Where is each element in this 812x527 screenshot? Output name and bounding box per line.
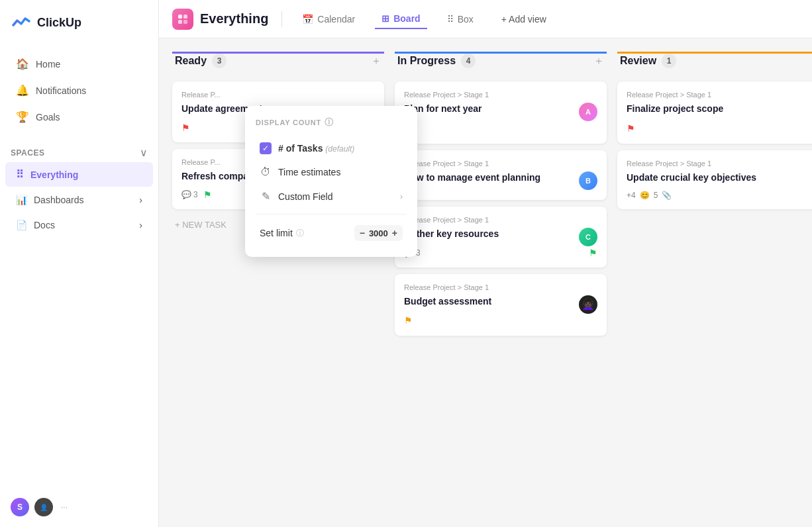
box-icon: ⠿ <box>447 14 454 24</box>
column-header-left-ready: Ready 3 <box>175 54 227 68</box>
topbar-title-group: Everything <box>172 9 268 30</box>
avatar: 👩🏿‍🦱 <box>579 295 597 314</box>
main-content: Everything 📅 Calendar ⊞ Board ⠿ Box + Ad… <box>159 0 812 527</box>
sidebar-item-goals[interactable]: 🏆 Goals <box>5 104 153 130</box>
flag-icon: ⚑ <box>589 248 597 258</box>
calendar-icon: 📅 <box>302 14 313 24</box>
svg-rect-1 <box>183 15 187 19</box>
limit-plus-button[interactable]: + <box>392 228 397 238</box>
calendar-label: Calendar <box>317 14 355 24</box>
sidebar-item-docs[interactable]: 📄 Docs › <box>5 213 153 237</box>
task-title: Budget assessment <box>404 295 579 309</box>
task-title: Finalize project scope <box>627 103 812 116</box>
docs-chevron-icon: › <box>139 220 142 230</box>
task-card[interactable]: Release Project > Stage 1 Plan for next … <box>395 81 607 144</box>
popup-header: DISPLAY COUNT ⓘ <box>256 117 407 128</box>
avatar-s: S <box>11 498 29 516</box>
limit-label: Set limit ⓘ <box>260 228 304 239</box>
dashboards-chevron-icon: › <box>139 195 142 205</box>
column-actions-in-progress[interactable]: ＋ <box>593 54 604 68</box>
column-title-ready: Ready <box>175 55 207 67</box>
popup-info-icon: ⓘ <box>325 117 334 128</box>
task-breadcrumb: Release Project > Stage 1 <box>627 91 812 99</box>
column-header-in-progress: In Progress 4 ＋ <box>395 52 607 75</box>
column-header-review: Review 1 <box>617 52 812 75</box>
custom-field-chevron-icon: › <box>400 192 403 201</box>
bell-icon: 🔔 <box>16 84 29 97</box>
comment-count: 3 <box>193 190 198 199</box>
sidebar-item-everything[interactable]: ⠿ Everything <box>5 162 153 187</box>
task-card[interactable]: Release Project > Stage 1 Budget assessm… <box>395 274 607 336</box>
trophy-icon: 🏆 <box>16 111 29 123</box>
attachment-count: 5 <box>654 191 658 200</box>
add-view-label: + Add view <box>501 14 546 24</box>
task-card[interactable]: Release Project > Stage 1 How to manage … <box>395 150 607 201</box>
avatar: A <box>579 103 597 121</box>
attachment-icon: 📎 <box>662 191 672 200</box>
svg-rect-0 <box>178 15 182 19</box>
svg-rect-2 <box>178 20 182 24</box>
popup-item-custom[interactable]: ✎ Custom Field › <box>256 184 407 209</box>
add-view-button[interactable]: + Add view <box>493 10 554 28</box>
popup-limit: Set limit ⓘ − 3000 + <box>256 220 407 246</box>
sidebar-item-home[interactable]: 🏠 Home <box>5 51 153 77</box>
reaction-icon: 😊 <box>640 191 650 200</box>
task-card[interactable]: Release Project > Stage 1 Gather key res… <box>395 207 607 267</box>
avatar: B <box>579 171 597 190</box>
task-breadcrumb: Release Project > Stage 1 <box>404 283 597 291</box>
clickup-logo-icon <box>11 12 32 33</box>
limit-minus-button[interactable]: − <box>360 228 365 238</box>
board-label: Board <box>393 13 420 24</box>
tasks-label-text: # of Tasks <box>278 143 323 154</box>
page-title: Everything <box>200 11 268 26</box>
flag-icon: ⚑ <box>181 122 190 133</box>
popup-item-tasks-label: # of Tasks (default) <box>278 143 403 154</box>
task-title: How to manage event planning <box>404 171 579 185</box>
tab-box[interactable]: ⠿ Box <box>440 10 480 28</box>
tab-calendar[interactable]: 📅 Calendar <box>295 10 362 28</box>
column-count-ready: 3 <box>212 54 227 68</box>
dashboards-label: Dashboards <box>34 195 84 205</box>
task-card[interactable]: Release Project > Stage 1 Finalize proje… <box>617 81 812 144</box>
sidebar-item-goals-label: Goals <box>36 112 60 122</box>
sidebar-nav: 🏠 Home 🔔 Notifications 🏆 Goals <box>0 45 158 136</box>
extra-count: +4 <box>627 191 636 200</box>
task-title: Gather key resources <box>404 228 579 241</box>
flag-icon: ⚑ <box>404 315 413 326</box>
popup-item-time-label: Time estimates <box>278 167 403 177</box>
popup-divider <box>256 214 407 215</box>
task-breadcrumb: Release Project > Stage 1 <box>404 216 597 224</box>
topbar: Everything 📅 Calendar ⊞ Board ⠿ Box + Ad… <box>159 0 812 38</box>
limit-controls: − 3000 + <box>354 225 403 241</box>
logo: ClickUp <box>0 0 158 45</box>
sidebar-item-notifications[interactable]: 🔔 Notifications <box>5 77 153 103</box>
avatar: C <box>579 228 597 246</box>
sidebar-item-notifications-label: Notifications <box>36 85 86 96</box>
task-title: Update crucial key objectives <box>627 171 812 185</box>
task-breadcrumb: Release Project > Stage 1 <box>404 91 597 99</box>
popup-item-tasks[interactable]: ✓ # of Tasks (default) <box>256 136 407 160</box>
column-header-left-review: Review 1 <box>620 54 676 68</box>
tab-board[interactable]: ⊞ Board <box>375 9 427 29</box>
task-meta: 💬 3 ⚑ <box>181 189 212 200</box>
sidebar-item-dashboards[interactable]: 📊 Dashboards › <box>5 188 153 212</box>
flag-icon: ⚑ <box>627 123 635 134</box>
popup-item-time[interactable]: ⏱ Time estimates <box>256 160 407 184</box>
dashboards-left: 📊 Dashboards <box>16 195 84 205</box>
column-count-review: 1 <box>662 54 676 68</box>
sidebar-footer: S 👤 ··· <box>0 487 158 527</box>
limit-value: 3000 <box>369 228 388 238</box>
docs-label: Docs <box>34 220 55 230</box>
footer-menu[interactable]: ··· <box>61 503 68 512</box>
task-comments: 💬 3 <box>181 190 198 199</box>
column-actions-ready[interactable]: ＋ <box>371 54 381 68</box>
column-title-review: Review <box>620 55 656 67</box>
svg-rect-3 <box>183 20 187 24</box>
board-icon: ⊞ <box>381 13 389 24</box>
everything-icon-svg <box>177 13 189 25</box>
comment-icon: 💬 <box>181 190 191 199</box>
task-footer: 💬 3 ⚑ <box>404 248 597 258</box>
sidebar-item-home-label: Home <box>36 59 60 70</box>
spaces-chevron-icon[interactable]: ∨ <box>140 146 148 159</box>
task-card[interactable]: Release Project > Stage 1 Update crucial… <box>617 150 812 210</box>
